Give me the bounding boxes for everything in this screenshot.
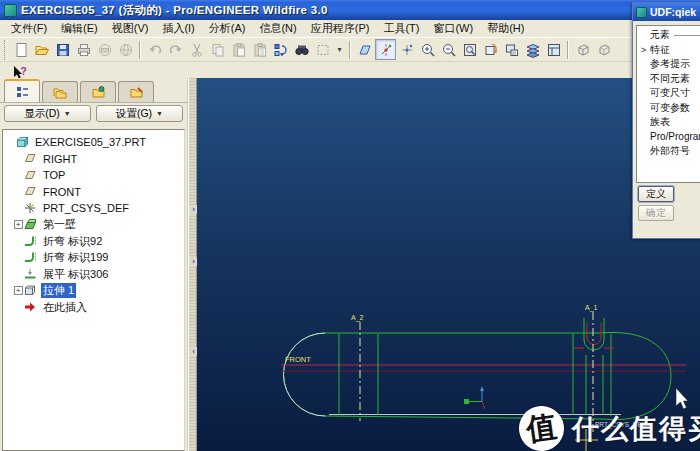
tree-item-label[interactable]: 折弯 标识92: [41, 234, 104, 249]
refit-icon[interactable]: [459, 39, 480, 60]
tree-item-label[interactable]: RIGHT: [41, 153, 79, 165]
selection-caret-icon[interactable]: ▾: [333, 39, 346, 60]
tree-item-label[interactable]: 展平 标识306: [41, 267, 110, 282]
u-cut-inner[interactable]: [587, 323, 601, 345]
tree-item-label[interactable]: PRT_CSYS_DEF: [41, 202, 131, 214]
udf-item-label: 可变尺寸: [650, 86, 690, 100]
tree-row[interactable]: TOP: [5, 167, 184, 184]
web-link-icon[interactable]: [115, 39, 136, 60]
tree-item-label[interactable]: TOP: [41, 169, 67, 181]
view-manager-icon[interactable]: [543, 39, 564, 60]
open-file-icon[interactable]: [31, 39, 52, 60]
menu-5[interactable]: 分析(A): [202, 19, 253, 38]
paste-icon[interactable]: [228, 39, 249, 60]
new-file-icon[interactable]: [10, 39, 31, 60]
udf-list-item[interactable]: 可变参数: [639, 101, 700, 116]
tree-toolbar: 显示(D) ▼ 设置(G) ▼: [0, 103, 187, 126]
menu-6[interactable]: 信息(N): [252, 19, 303, 38]
settings-dropdown-button[interactable]: 设置(G) ▼: [96, 105, 183, 122]
window-title: EXERCISE05_37 (活动的) - Pro/ENGINEER Wildf…: [21, 3, 328, 18]
titlebar[interactable]: EXERCISE05_37 (活动的) - Pro/ENGINEER Wildf…: [0, 0, 700, 20]
tree-row[interactable]: PRT_CSYS_DEF: [5, 200, 184, 217]
undo-icon[interactable]: [144, 39, 165, 60]
menu-4[interactable]: 插入(I): [155, 19, 201, 38]
tree-row[interactable]: EXERCISE05_37.PRT: [5, 134, 184, 151]
tree-gutter[interactable]: +: [13, 286, 23, 295]
tree-row[interactable]: 展平 标识306: [5, 266, 184, 283]
toolbar-grip[interactable]: [4, 40, 8, 60]
tree-row[interactable]: 在此插入: [5, 299, 184, 316]
menu-3[interactable]: 视图(V): [105, 19, 156, 38]
print-icon[interactable]: [73, 39, 94, 60]
watermark: 值 什么值得买: [519, 406, 700, 451]
udf-list-item[interactable]: Pro/Program: [639, 130, 700, 145]
tab-model-tree[interactable]: [4, 79, 40, 102]
paste-special-icon[interactable]: [249, 39, 270, 60]
tree-row[interactable]: RIGHT: [5, 151, 184, 168]
csys-symbol[interactable]: [464, 386, 485, 409]
tab-folder-browser[interactable]: [42, 81, 78, 102]
menu-10[interactable]: 帮助(H): [480, 19, 531, 38]
udf-list-item[interactable]: 参考提示: [639, 57, 700, 72]
graphics-canvas[interactable]: FRONT A_2 A_1: [197, 78, 700, 451]
expander-icon[interactable]: +: [14, 220, 23, 229]
tree-item-label[interactable]: 第一壁: [41, 217, 78, 232]
regenerate-icon[interactable]: [270, 39, 291, 60]
tree-row[interactable]: FRONT: [5, 184, 184, 201]
zoom-in-icon[interactable]: [417, 39, 438, 60]
current-item-marker: >: [641, 45, 646, 55]
find-icon[interactable]: [291, 39, 312, 60]
select-box-icon[interactable]: [312, 39, 333, 60]
email-icon[interactable]: [94, 39, 115, 60]
tree-row[interactable]: 折弯 标识199: [5, 250, 184, 267]
menu-7[interactable]: 应用程序(P): [304, 19, 377, 38]
udf-list-item[interactable]: 元素: [639, 28, 700, 43]
tree-gutter[interactable]: +: [13, 220, 23, 229]
navigator-sash[interactable]: ‹ › ‹: [188, 78, 197, 451]
tree-item-label[interactable]: 在此插入: [41, 300, 89, 315]
tree-row[interactable]: +第一壁: [5, 217, 184, 234]
layers-icon[interactable]: [522, 39, 543, 60]
copy-icon[interactable]: [207, 39, 228, 60]
datum-axis-display-icon[interactable]: [375, 39, 396, 60]
chevron-down-icon: ▼: [156, 110, 163, 117]
udf-dialog: UDF:qiek 元素>特征参考提示不同元素可变尺寸可变参数族表Pro/Prog…: [632, 2, 700, 239]
saved-views-icon[interactable]: [501, 39, 522, 60]
model-tree: EXERCISE05_37.PRTRIGHTTOPFRONTPRT_CSYS_D…: [2, 129, 185, 451]
hidden-line-display-icon[interactable]: [593, 39, 614, 60]
settings-label: 设置(G): [116, 107, 152, 121]
show-dropdown-button[interactable]: 显示(D) ▼: [4, 105, 91, 122]
tree-item-label[interactable]: 折弯 标识199: [41, 250, 110, 265]
menu-2[interactable]: 编辑(E): [54, 19, 105, 38]
udf-list-item[interactable]: 可变尺寸: [639, 86, 700, 101]
model-display-icon[interactable]: [572, 39, 593, 60]
udf-list-item[interactable]: 外部符号: [639, 144, 700, 159]
menu-9[interactable]: 窗口(W): [426, 19, 480, 38]
tab-favorites[interactable]: [80, 81, 116, 102]
reorient-icon[interactable]: [480, 39, 501, 60]
tree-row[interactable]: 折弯 标识92: [5, 233, 184, 250]
udf-list-item[interactable]: >特征: [639, 43, 700, 58]
csys-icon: [24, 202, 38, 215]
tree-item-label[interactable]: 拉伸 1: [41, 283, 76, 298]
cut-icon[interactable]: [186, 39, 207, 60]
datum-point-display-icon[interactable]: [396, 39, 417, 60]
expander-icon[interactable]: +: [14, 286, 23, 295]
menu-1[interactable]: 文件(F): [4, 19, 54, 38]
udf-dialog-titlebar[interactable]: UDF:qiek: [633, 3, 700, 21]
save-icon[interactable]: [52, 39, 73, 60]
datum-plane-display-icon[interactable]: [354, 39, 375, 60]
udf-list-item[interactable]: 不同元素: [639, 72, 700, 87]
bend-lines[interactable]: [339, 334, 611, 416]
menu-8[interactable]: 工具(T): [376, 19, 426, 38]
udf-list-item[interactable]: 族表: [639, 115, 700, 130]
define-button[interactable]: 定义: [638, 186, 674, 202]
ok-button[interactable]: 确定: [638, 205, 674, 221]
tab-connections[interactable]: [118, 81, 154, 102]
zoom-out-icon[interactable]: [438, 39, 459, 60]
redo-icon[interactable]: [165, 39, 186, 60]
tree-item-label[interactable]: EXERCISE05_37.PRT: [33, 136, 148, 148]
tree-row[interactable]: +拉伸 1: [5, 283, 184, 300]
udf-item-label: 特征: [650, 43, 670, 57]
tree-item-label[interactable]: FRONT: [41, 186, 83, 198]
